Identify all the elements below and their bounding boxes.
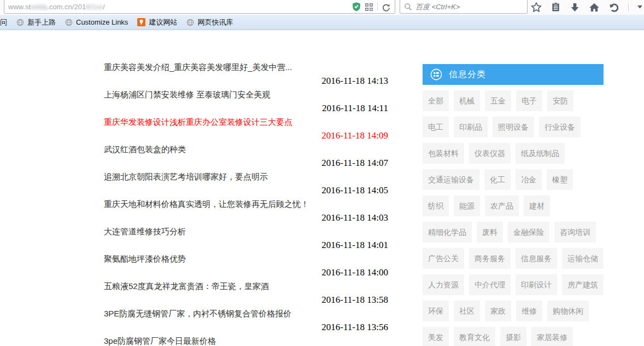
category-button[interactable]: 商务服务 (469, 248, 511, 269)
article-item: 重庆天地和材料价格真实透明，让您装修再无后顾之忧！2016-11-18 14:0… (104, 197, 388, 224)
article-item: 追溯北京朝阳表演艺考培训哪家好，要点明示2016-11-18 14:05 (104, 170, 388, 197)
bookmarks-menu-icon[interactable] (551, 2, 561, 13)
category-row: 人力资源中介代理印刷设计房产建筑 (423, 274, 604, 295)
address-bar[interactable]: www.steeldy.com.cn/2016/1vx/ (4, 0, 395, 14)
article-date: 2016-11-18 14:00 (104, 266, 388, 279)
category-button[interactable]: 咨询培训 (554, 222, 596, 243)
category-button[interactable]: 纺织 (423, 195, 449, 216)
category-button[interactable]: 环保 (423, 301, 449, 321)
article-date: 2016-11-18 13:56 (104, 320, 388, 334)
article-item: 重庆美容美发介绍_重庆美容美发哪里好_美发中营...2016-11-18 14:… (104, 60, 388, 88)
undo-history-icon[interactable] (608, 2, 619, 13)
bookmark-item[interactable]: 新手上路 (16, 18, 56, 27)
category-button[interactable]: 印刷品 (454, 117, 488, 137)
category-button[interactable]: 安防 (547, 90, 573, 111)
category-button[interactable]: 照明设备 (493, 117, 534, 137)
category-button[interactable]: 化工 (484, 169, 511, 190)
globe-icon (186, 19, 194, 26)
divider (377, 3, 378, 11)
category-button[interactable]: 橡塑 (547, 169, 573, 190)
category-button[interactable]: 家政 (485, 301, 511, 321)
category-row: 精细化学品废料金融保险咨询培训 (423, 222, 604, 243)
search-bar[interactable] (400, 0, 528, 14)
toolbar-caret-icon[interactable] (637, 5, 642, 9)
article-date: 2016-11-18 14:13 (104, 74, 388, 88)
article-date: 2016-11-18 14:09 (104, 129, 388, 142)
category-button[interactable]: 维修 (516, 301, 542, 321)
category-button[interactable]: 交通运输设备 (423, 169, 479, 190)
article-item: 五粮液52度真龙祥龙富贵酒：帝王瓷，皇家酒2016-11-18 13:58 (104, 279, 388, 307)
category-button[interactable]: 购物休闲 (547, 301, 589, 321)
category-row: 电工印刷品照明设备行业设备 (423, 117, 604, 137)
category-button[interactable]: 机械 (454, 90, 480, 111)
bookmark-item[interactable]: 网页快讯库 (186, 18, 233, 27)
bookmark-label: 建议网站 (149, 18, 177, 27)
article-item: 上海杨浦区门禁安装维修 至泰玻璃门安全美观2016-11-18 14:11 (104, 88, 388, 115)
category-button[interactable]: 行业设备 (539, 117, 581, 137)
category-button[interactable]: 精细化学品 (423, 222, 472, 243)
search-input[interactable] (415, 3, 524, 11)
bookmark-item[interactable]: 建议网站 (137, 18, 177, 27)
category-button[interactable]: 人力资源 (423, 274, 464, 295)
category-button[interactable]: 能源 (454, 195, 480, 216)
category-button[interactable]: 五金 (485, 90, 511, 111)
article-title-link[interactable]: 追溯北京朝阳表演艺考培训哪家好，要点明示 (104, 170, 388, 183)
home-icon[interactable] (589, 2, 600, 13)
article-item: 3PE防腐无缝钢管厂家，内衬不锈钢复合管价格报价2016-11-18 13:56 (104, 307, 388, 334)
category-button[interactable]: 教育文化 (454, 327, 495, 346)
article-list: 重庆美容美发介绍_重庆美容美发哪里好_美发中营...2016-11-18 14:… (104, 60, 388, 346)
category-button[interactable]: 建材 (524, 195, 550, 216)
category-button[interactable]: 废料 (477, 222, 503, 243)
qr-code-icon[interactable] (365, 3, 373, 11)
bookmark-item[interactable]: Customize Links (65, 18, 128, 26)
category-button[interactable]: 社区 (454, 301, 480, 321)
category-rows: 全部机械五金电子安防电工印刷品照明设备行业设备包装材料仪表仪器纸及纸制品交通运输… (423, 90, 604, 346)
category-button[interactable]: 摄影 (500, 327, 526, 346)
category-button[interactable]: 仪表仪器 (469, 143, 511, 164)
article-title-link[interactable]: 重庆美容美发介绍_重庆美容美发哪里好_美发中营... (104, 60, 388, 74)
article-date: 2016-11-18 14:11 (104, 101, 388, 115)
category-button[interactable]: 农产品 (485, 195, 519, 216)
bookmark-item[interactable]: 问 (0, 18, 7, 27)
category-button[interactable]: 美发 (423, 327, 449, 346)
article-item: 3pe防腐钢管厂家今日最新价格 (104, 334, 388, 346)
lightbulb-icon (137, 18, 145, 26)
category-panel: 信息分类 全部机械五金电子安防电工印刷品照明设备行业设备包装材料仪表仪器纸及纸制… (423, 64, 604, 346)
category-button[interactable]: 家居装修 (531, 327, 573, 346)
article-title-link[interactable]: 3PE防腐无缝钢管厂家，内衬不锈钢复合管价格报价 (104, 307, 388, 320)
url-text[interactable]: www.steeldy.com.cn/2016/1vx/ (4, 1, 352, 11)
category-button[interactable]: 冶金 (516, 169, 542, 190)
bookmark-star-icon[interactable] (531, 2, 542, 13)
article-title-link[interactable]: 重庆天地和材料价格真实透明，让您装修再无后顾之忧！ (104, 197, 388, 211)
category-button[interactable]: 运输仓储 (562, 248, 604, 269)
article-item: 聚氨酯地坪漆价格优势2016-11-18 14:00 (104, 252, 388, 279)
globe-icon (16, 19, 24, 26)
bookmark-label: 问 (0, 18, 7, 27)
article-title-link[interactable]: 武汉红酒包装盒的种类 (104, 142, 388, 156)
bookmarks-items: 问 新手上路 Customize Links 建议网站 网页快讯库 (0, 18, 233, 27)
bookmark-label: 网页快讯库 (197, 18, 233, 27)
reload-icon[interactable] (382, 3, 390, 11)
category-button[interactable]: 电子 (516, 90, 542, 111)
category-button[interactable]: 电工 (423, 117, 449, 137)
download-icon[interactable] (570, 2, 580, 13)
bookmarks-bar: 问 新手上路 Customize Links 建议网站 网页快讯库 (0, 15, 644, 30)
category-button[interactable]: 广告公关 (423, 248, 464, 269)
category-button[interactable]: 中介代理 (469, 274, 511, 295)
article-title-link[interactable]: 3pe防腐钢管厂家今日最新价格 (104, 334, 388, 346)
article-title-link[interactable]: 聚氨酯地坪漆价格优势 (104, 252, 388, 266)
category-button[interactable]: 印刷设计 (516, 274, 557, 295)
category-button[interactable]: 包装材料 (423, 143, 464, 164)
category-button[interactable]: 金融保险 (508, 222, 549, 243)
category-button[interactable]: 全部 (423, 90, 449, 111)
article-title-link[interactable]: 重庆华发装修设计浅析重庆办公室装修设计三大要点 (104, 115, 388, 129)
category-button[interactable]: 纸及纸制品 (516, 143, 565, 164)
category-button[interactable]: 信息服务 (516, 248, 557, 269)
article-title-link[interactable]: 上海杨浦区门禁安装维修 至泰玻璃门安全美观 (104, 88, 388, 101)
article-title-link[interactable]: 五粮液52度真龙祥龙富贵酒：帝王瓷，皇家酒 (104, 279, 388, 293)
panel-title: 信息分类 (449, 69, 486, 80)
security-shield-icon[interactable] (352, 2, 361, 11)
categories-grid-icon (430, 68, 443, 81)
article-title-link[interactable]: 大连管道维修技巧分析 (104, 224, 388, 238)
category-button[interactable]: 房产建筑 (562, 274, 604, 295)
